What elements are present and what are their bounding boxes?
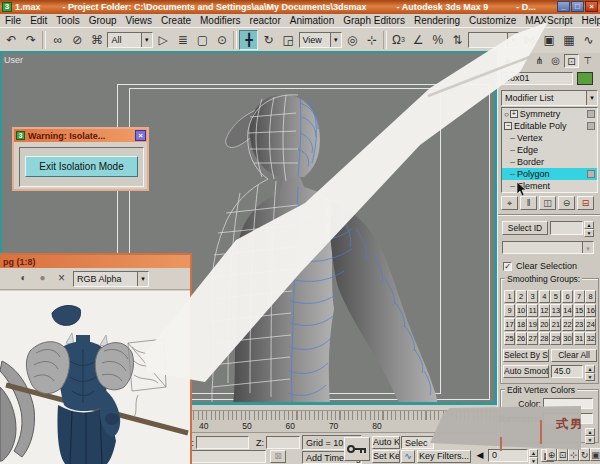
- vfb-button-partial[interactable]: [6, 271, 12, 286]
- redo-button[interactable]: ↷: [22, 30, 41, 50]
- smoothing-group-26[interactable]: 26: [516, 332, 527, 345]
- tab-display[interactable]: ⊡: [564, 54, 579, 68]
- set-key-button[interactable]: Set Key: [372, 450, 400, 463]
- expand-toggle-icon[interactable]: −: [504, 122, 512, 130]
- rendered-frame-window[interactable]: pg (1:8) ◐ ● × RGB Alpha ▾: [0, 253, 192, 464]
- zoom-icon[interactable]: ⊕: [546, 448, 557, 461]
- tab-utilities[interactable]: ⊤: [580, 54, 595, 68]
- spinner-up-icon[interactable]: ▲: [584, 221, 594, 229]
- select-id-button[interactable]: Select ID: [502, 221, 548, 235]
- smoothing-group-31[interactable]: 31: [574, 332, 585, 345]
- lightbulb-icon[interactable]: ○: [504, 110, 509, 119]
- smoothing-group-10[interactable]: 10: [516, 304, 527, 317]
- spinner-up-icon[interactable]: ▲: [585, 428, 595, 436]
- window-crossing-toggle-button[interactable]: ⊙: [213, 30, 232, 50]
- smoothing-group-24[interactable]: 24: [585, 318, 596, 331]
- chevron-down-icon[interactable]: ▾: [141, 33, 152, 47]
- menu-group[interactable]: Group: [89, 15, 117, 26]
- smoothing-group-5[interactable]: 5: [550, 290, 561, 303]
- lock-selection-toggle[interactable]: ⊠: [270, 450, 286, 463]
- expand-toggle-icon[interactable]: +: [510, 110, 518, 118]
- channel-display-dropdown[interactable]: RGB Alpha ▾: [73, 271, 149, 287]
- menu-tools[interactable]: Tools: [56, 15, 79, 26]
- layer-manager-button[interactable]: ▦: [560, 30, 579, 50]
- tab-create[interactable]: ∗: [500, 54, 515, 68]
- menu-modifiers[interactable]: Modifiers: [200, 15, 241, 26]
- menu-help[interactable]: Help: [582, 15, 600, 26]
- vfb-canvas[interactable]: [0, 291, 190, 464]
- object-color-swatch[interactable]: [577, 72, 593, 85]
- menu-edit[interactable]: Edit: [30, 15, 47, 26]
- clear-selection-checkbox[interactable]: ✓: [503, 262, 512, 271]
- select-and-link-button[interactable]: ∞: [48, 30, 67, 50]
- select-id-spinner[interactable]: ▲▼: [584, 221, 594, 235]
- auto-smooth-button[interactable]: Auto Smooth: [503, 365, 549, 378]
- key-filters-button[interactable]: Key Filters...: [417, 450, 471, 463]
- object-name-field[interactable]: Box01: [501, 72, 573, 85]
- current-time-field[interactable]: 0: [488, 449, 528, 462]
- alpha-channel-icon[interactable]: ●: [35, 271, 50, 286]
- exit-isolation-mode-button[interactable]: Exit Isolation Mode: [25, 156, 138, 177]
- maximize-viewport-toggle-icon[interactable]: ▣: [590, 448, 600, 461]
- configure-modifier-sets-button[interactable]: ⊟: [577, 196, 594, 210]
- select-by-name-button[interactable]: ≣: [173, 30, 192, 50]
- show-end-result-button[interactable]: ‖: [520, 196, 537, 210]
- tab-motion[interactable]: ◎: [548, 54, 563, 68]
- pin-stack-button[interactable]: ⌖: [501, 196, 518, 210]
- mirror-button[interactable]: ⋈: [520, 30, 539, 50]
- angle-snap-toggle-button[interactable]: ∠: [409, 30, 428, 50]
- smoothing-group-27[interactable]: 27: [527, 332, 538, 345]
- smoothing-group-7[interactable]: 7: [574, 290, 585, 303]
- stack-item-polygon[interactable]: –Polygon: [502, 168, 597, 180]
- menu-reactor[interactable]: reactor: [250, 15, 281, 26]
- undo-button[interactable]: ↶: [2, 30, 21, 50]
- smoothing-group-23[interactable]: 23: [574, 318, 585, 331]
- percent-snap-toggle-button[interactable]: %: [429, 30, 448, 50]
- select-and-scale-button[interactable]: ◲: [279, 30, 298, 50]
- chevron-down-icon[interactable]: ▾: [507, 33, 518, 47]
- bind-to-space-warp-button[interactable]: ⌘: [88, 30, 107, 50]
- select-id-field[interactable]: [550, 221, 583, 235]
- previous-key-button[interactable]: ◀: [474, 450, 486, 462]
- smoothing-group-17[interactable]: 17: [504, 318, 515, 331]
- menu-animation[interactable]: Animation: [290, 15, 334, 26]
- remove-modifier-button[interactable]: ⊖: [558, 196, 575, 210]
- select-object-button[interactable]: ▷: [154, 30, 173, 50]
- smoothing-group-4[interactable]: 4: [539, 290, 550, 303]
- smoothing-group-22[interactable]: 22: [562, 318, 573, 331]
- smoothing-group-20[interactable]: 20: [539, 318, 550, 331]
- smoothing-group-21[interactable]: 21: [550, 318, 561, 331]
- align-button[interactable]: ▣: [540, 30, 559, 50]
- smoothing-group-32[interactable]: 32: [585, 332, 596, 345]
- smoothing-group-15[interactable]: 15: [574, 304, 585, 317]
- warning-title-bar[interactable]: 3 Warning: Isolate... ×: [14, 129, 147, 142]
- minimize-button[interactable]: _: [557, 1, 570, 12]
- menu-rendering[interactable]: Rendering: [414, 15, 460, 26]
- chevron-down-icon[interactable]: ▾: [137, 272, 148, 286]
- close-button[interactable]: ×: [585, 1, 598, 12]
- rectangular-selection-region-button[interactable]: ▢: [193, 30, 212, 50]
- smoothing-group-16[interactable]: 16: [585, 304, 596, 317]
- monochrome-channel-icon[interactable]: ◐: [16, 271, 31, 286]
- chevron-down-icon[interactable]: ▾: [586, 91, 597, 105]
- maximize-button[interactable]: □: [571, 1, 584, 12]
- smoothing-group-3[interactable]: 3: [527, 290, 538, 303]
- menu-create[interactable]: Create: [161, 15, 191, 26]
- auto-smooth-spinner[interactable]: ▲▼: [585, 365, 595, 378]
- select-by-sg-button[interactable]: Select By SG: [503, 349, 549, 362]
- default-tangent-button[interactable]: ∿: [401, 450, 415, 463]
- pan-icon[interactable]: ⊹: [568, 448, 579, 461]
- dropdown-named-selection-sets[interactable]: ▾: [468, 32, 519, 48]
- stack-item-element[interactable]: –Element: [502, 180, 597, 192]
- tab-modify[interactable]: ◔: [516, 54, 531, 68]
- select-and-move-button[interactable]: ╋: [239, 30, 258, 50]
- track-bar[interactable]: 4050607080: [188, 410, 497, 433]
- smoothing-group-1[interactable]: 1: [504, 290, 515, 303]
- time-spinner[interactable]: ▲▼: [529, 449, 538, 462]
- menu-views[interactable]: Views: [126, 15, 153, 26]
- color-swatch[interactable]: [543, 398, 593, 409]
- alpha-spinner[interactable]: ▲▼: [585, 428, 595, 441]
- use-pivot-point-center-button[interactable]: ◎: [343, 30, 362, 50]
- vfb-title-bar[interactable]: pg (1:8): [0, 255, 190, 268]
- smoothing-group-19[interactable]: 19: [527, 318, 538, 331]
